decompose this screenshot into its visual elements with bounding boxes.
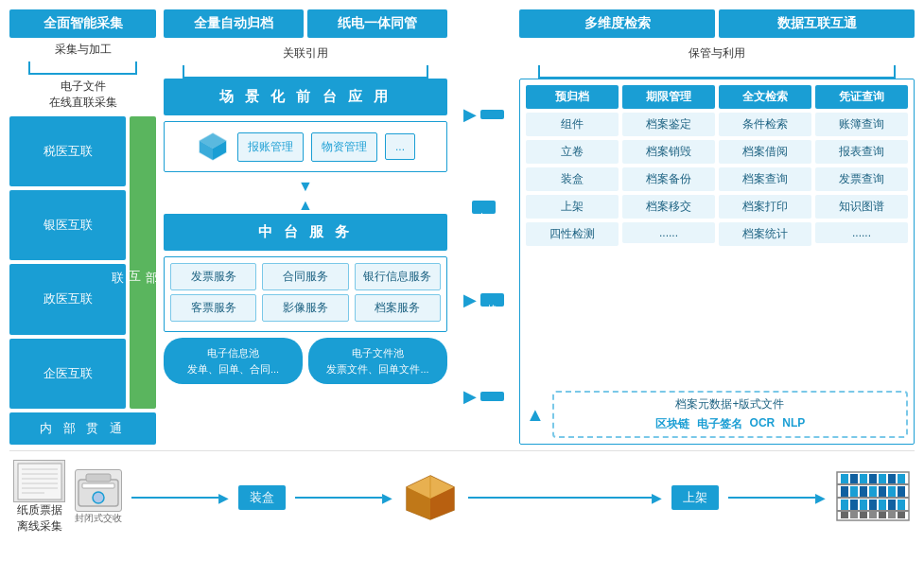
svg-rect-47 [860,512,867,518]
storage-label: 档案元数据+版式文件 [558,396,902,412]
svg-rect-48 [869,512,877,518]
col3-item4: 档案统计 [719,222,811,246]
right-title1: 多维度检索 [519,9,715,38]
col1-item4: 四性检测 [526,222,619,246]
svg-point-13 [93,492,104,503]
service-invoice: 发票服务 [170,263,256,290]
svg-rect-22 [837,497,909,499]
right-col-3: 全文检索 条件检索 档案借阅 档案查询 档案打印 档案统计 [719,85,811,381]
scanner-sublabel: 封闭式交收 [75,512,122,525]
step1-label: 装盒 [238,485,286,510]
middle-subtitle: 关联引用 [164,42,447,65]
svg-rect-29 [888,474,896,483]
svg-rect-31 [841,486,848,497]
col2-item2: 档案备份 [622,167,715,191]
arrow-area: ▶ 归档 归档标准 ▶ 格式转换 ▶ 存储 [455,9,512,445]
label-standard: 归档标准 [472,201,496,214]
cube-icon [196,130,230,164]
col1-item3: 上架 [526,195,619,219]
app-assets[interactable]: 物资管理 [311,132,377,162]
right-subtitle: 保管与利用 [519,42,915,65]
bottom-arrow-3-area: ▶ [468,490,663,505]
svg-rect-12 [82,483,114,488]
storage-box: 档案元数据+版式文件 区块链 电子签名 OCR NLP [552,391,908,438]
col1-item2: 装盒 [526,167,619,191]
col4-item4: ...... [815,222,908,243]
scanner-image [75,469,122,512]
middle-title1: 全量自动归档 [164,9,304,38]
col1-item1: 立卷 [526,140,619,164]
col2-item0: 档案鉴定 [622,113,715,136]
middle-service: 中 台 服 务 [164,214,447,251]
right-bracket [538,65,896,79]
paper-collect-label: 纸质票据离线采集 [17,502,62,535]
two-arrows: ▼ ▲ [164,178,447,214]
arrow-up-icon: ▲ [526,404,545,426]
bottom-arrow-2-area: ▶ [295,490,392,505]
storage-tech: 区块链 电子签名 OCR NLP [558,416,902,432]
col4-item1: 报表查询 [815,140,908,164]
col3-header: 全文检索 [719,85,811,109]
svg-rect-33 [860,486,867,497]
svg-rect-50 [888,512,896,518]
apps-row: 报账管理 物资管理 ... [164,121,447,172]
col4-item3: 知识图谱 [815,195,908,219]
arrow-format: ▶ 格式转换 [463,289,504,310]
arrow-right-icon3: ▶ [463,386,477,407]
right-titles: 多维度检索 数据互联互通 [519,9,915,38]
svg-rect-51 [898,512,905,518]
svg-rect-25 [850,474,858,483]
middle-bracket [183,65,428,79]
step1-area: 装盒 [238,485,286,510]
svg-rect-42 [879,500,886,510]
right-panel: 多维度检索 数据互联互通 保管与利用 预归档 组件 立卷 装盒 上架 四性检测 [519,9,915,445]
svg-rect-30 [898,474,905,483]
arrow-guidan: ▶ 归档 [463,104,504,125]
service-image: 影像服务 [262,294,348,322]
svg-rect-23 [837,510,909,512]
app-accounts[interactable]: 报账管理 [237,132,304,162]
svg-rect-28 [879,474,886,483]
right-col-1: 预归档 组件 立卷 装盒 上架 四性检测 [526,85,619,381]
external-connect-box: 外部互联 [130,116,156,409]
label-format: 格式转换 [480,293,504,307]
arrow-right-icon1: ▶ [463,104,477,125]
middle-title2: 纸电一体同管 [307,9,447,38]
top-section: 全面智能采集 采集与加工 电子文件在线直联采集 税医互联 银医互联 政医互联 企… [9,9,915,445]
bottom-arrow-4-area: ▶ [728,490,826,505]
svg-rect-34 [869,486,877,497]
bottom-section: 纸质票据离线采集 封闭式交收 ▶ 装盒 ▶ [9,450,915,535]
app-more[interactable]: ... [385,133,415,160]
tech-nlp: NLP [782,416,805,432]
online-collect-label: 电子文件在线直联采集 [9,75,156,116]
arrow-right-icon2: ▶ [463,289,477,310]
col1-item0: 组件 [526,113,619,136]
svg-rect-21 [837,483,909,485]
svg-rect-49 [879,512,886,518]
storage-area: ▲ 档案元数据+版式文件 区块链 电子签名 OCR NLP [526,391,908,438]
label-storage: 存储 [480,392,504,401]
svg-rect-45 [841,512,848,518]
svg-rect-44 [898,500,905,510]
service-bank: 银行信息服务 [355,263,441,290]
svg-rect-39 [850,500,858,510]
bottom-arrow-1-area: ▶ [131,490,229,505]
service-row-1: 发票服务 合同服务 银行信息服务 [170,263,441,290]
paper-image [13,460,65,502]
scanner-area: 封闭式交收 [75,469,122,525]
item-bank: 银医互联 [9,190,126,260]
col3-item2: 档案查询 [719,167,811,191]
left-title: 全面智能采集 [9,9,156,38]
col1-header: 预归档 [526,85,619,109]
left-bracket [28,61,137,75]
col2-item1: 档案销毁 [622,140,715,164]
right-title2: 数据互联互通 [719,9,915,38]
paper-collect-area: 纸质票据离线采集 [13,460,65,535]
scene-platform: 场 景 化 前 台 应 用 [164,79,447,115]
main-container: 全面智能采集 采集与加工 电子文件在线直联采集 税医互联 银医互联 政医互联 企… [0,0,924,561]
file-pool: 电子文件池 发票文件、回单文件... [308,338,447,384]
service-archive: 档案服务 [355,294,441,322]
label-guidan: 归档 [480,110,504,119]
item-gov: 政医互联 [9,264,126,334]
col3-item0: 条件检索 [719,113,811,136]
